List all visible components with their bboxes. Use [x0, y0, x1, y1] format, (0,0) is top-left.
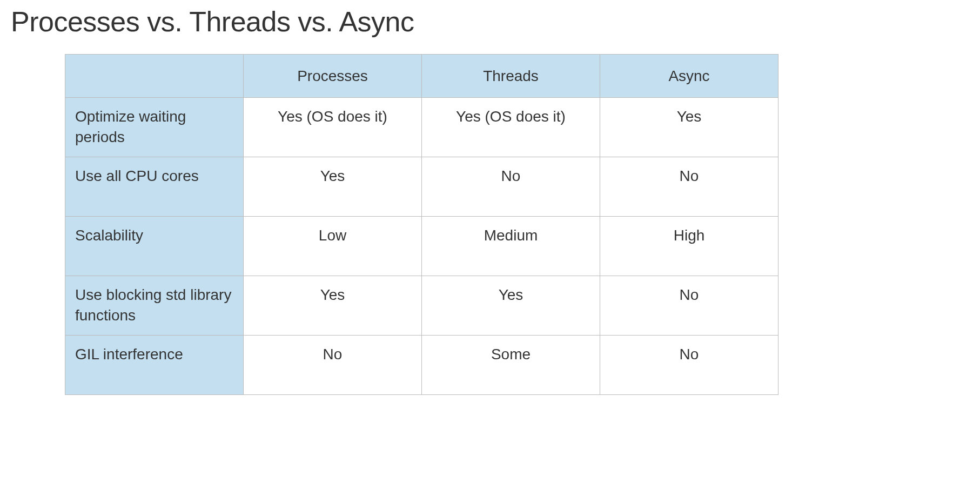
cell: Low: [244, 217, 422, 276]
comparison-table-wrap: Processes Threads Async Optimize waiting…: [11, 54, 969, 395]
cell: No: [600, 336, 778, 395]
table-header-processes: Processes: [244, 55, 422, 98]
table-row: Use all CPU cores Yes No No: [65, 157, 778, 217]
table-row: Scalability Low Medium High: [65, 217, 778, 276]
table-header-corner: [65, 55, 244, 98]
cell: No: [244, 336, 422, 395]
table-row: GIL interference No Some No: [65, 336, 778, 395]
cell: Yes: [422, 276, 600, 336]
row-label-blocking-std: Use blocking std library functions: [65, 276, 244, 336]
cell: Yes: [600, 98, 778, 157]
table-header-async: Async: [600, 55, 778, 98]
row-label-gil: GIL interference: [65, 336, 244, 395]
row-label-cpu-cores: Use all CPU cores: [65, 157, 244, 217]
table-header-row: Processes Threads Async: [65, 55, 778, 98]
cell: High: [600, 217, 778, 276]
cell: Medium: [422, 217, 600, 276]
cell: No: [422, 157, 600, 217]
cell: Yes (OS does it): [422, 98, 600, 157]
table-row: Use blocking std library functions Yes Y…: [65, 276, 778, 336]
cell: Yes: [244, 157, 422, 217]
cell: No: [600, 276, 778, 336]
table-row: Optimize waiting periods Yes (OS does it…: [65, 98, 778, 157]
row-label-optimize-waiting: Optimize waiting periods: [65, 98, 244, 157]
cell: Yes (OS does it): [244, 98, 422, 157]
page-title: Processes vs. Threads vs. Async: [11, 5, 969, 38]
comparison-table: Processes Threads Async Optimize waiting…: [65, 54, 778, 395]
row-label-scalability: Scalability: [65, 217, 244, 276]
cell: Some: [422, 336, 600, 395]
cell: No: [600, 157, 778, 217]
cell: Yes: [244, 276, 422, 336]
table-header-threads: Threads: [422, 55, 600, 98]
